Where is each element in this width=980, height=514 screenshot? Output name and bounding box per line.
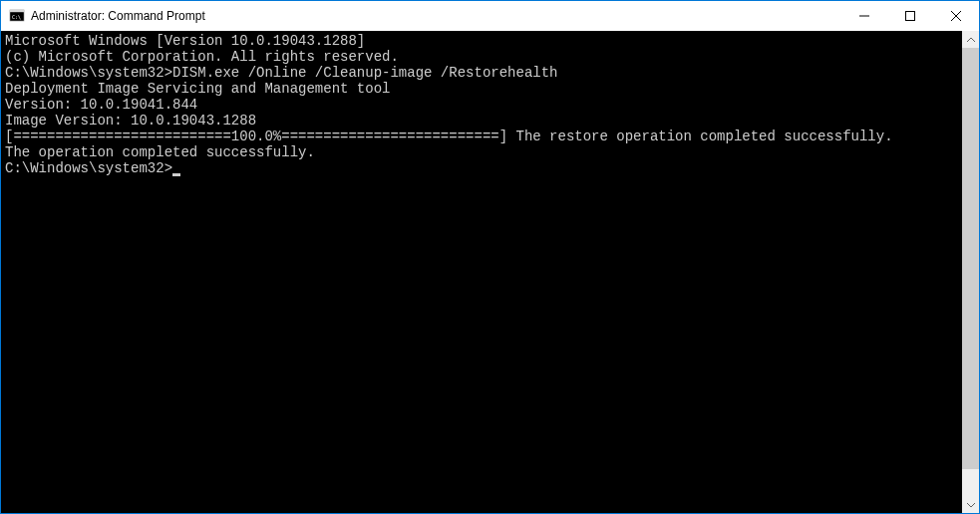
- window-title: Administrator: Command Prompt: [31, 9, 841, 23]
- console-line: C:\Windows\system32>DISM.exe /Online /Cl…: [5, 65, 962, 81]
- console-line: Version: 10.0.19041.844: [5, 97, 962, 113]
- close-button[interactable]: [933, 1, 979, 31]
- cmd-icon: C:\: [9, 8, 25, 24]
- console-line: Image Version: 10.0.19043.1288: [5, 113, 962, 128]
- scrollbar-thumb[interactable]: [962, 48, 979, 469]
- close-icon: [951, 11, 961, 21]
- cursor: [172, 173, 180, 176]
- console-line: Microsoft Windows [Version 10.0.19043.12…: [5, 33, 962, 49]
- window-controls: [841, 1, 979, 31]
- titlebar[interactable]: C:\ Administrator: Command Prompt: [1, 1, 979, 31]
- chevron-up-icon: [967, 36, 975, 44]
- chevron-down-icon: [967, 501, 975, 509]
- prompt: C:\Windows\system32>: [5, 160, 172, 176]
- console-line: Deployment Image Servicing and Managemen…: [5, 81, 962, 97]
- svg-rect-4: [906, 12, 915, 21]
- console-output[interactable]: Microsoft Windows [Version 10.0.19043.12…: [1, 31, 962, 513]
- console-line: [==========================100.0%=======…: [5, 128, 962, 144]
- maximize-icon: [905, 11, 915, 21]
- scrollbar-down-button[interactable]: [962, 496, 979, 513]
- minimize-icon: [859, 11, 869, 21]
- console-line: (c) Microsoft Corporation. All rights re…: [5, 49, 962, 65]
- svg-text:C:\: C:\: [12, 14, 21, 20]
- scrollbar-up-button[interactable]: [962, 31, 979, 48]
- console-area: Microsoft Windows [Version 10.0.19043.12…: [1, 31, 979, 513]
- window-frame: C:\ Administrator: Command Prompt: [1, 1, 979, 513]
- minimize-button[interactable]: [841, 1, 887, 31]
- svg-rect-1: [10, 10, 24, 12]
- console-line: The operation completed successfully.: [5, 144, 962, 160]
- maximize-button[interactable]: [887, 1, 933, 31]
- scrollbar-track[interactable]: [962, 48, 979, 496]
- vertical-scrollbar[interactable]: [962, 31, 979, 513]
